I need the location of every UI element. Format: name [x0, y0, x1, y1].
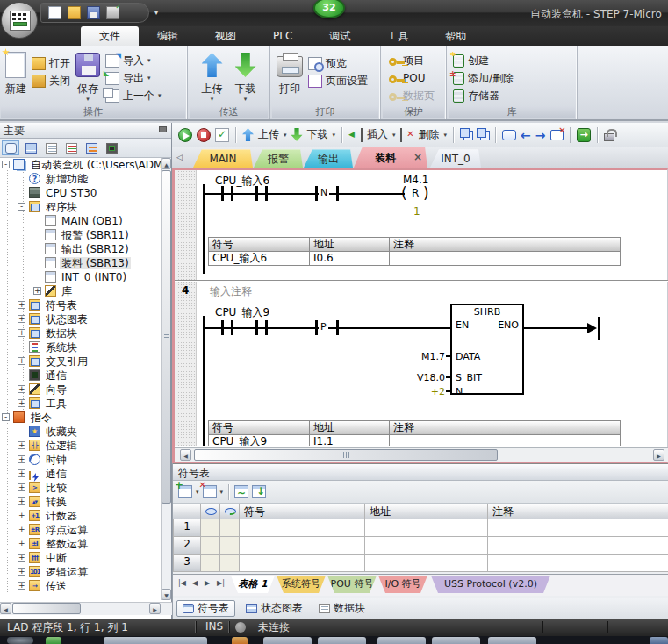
tree-item-main[interactable]: MAIN (OB1): [0, 214, 162, 228]
sheet-tab-pou-symbols[interactable]: POU 符号: [327, 576, 377, 593]
grid-cell[interactable]: [365, 537, 488, 555]
tree-item-bit-logic[interactable]: +┤├位逻辑: [0, 439, 162, 453]
tree-item-status-chart[interactable]: +状态图表: [0, 312, 162, 326]
tree-expander[interactable]: +: [18, 357, 25, 365]
tree-item-communication[interactable]: 通信: [0, 369, 162, 383]
tree-expander[interactable]: +: [18, 483, 25, 491]
insert-dropdown-icon[interactable]: ▾: [392, 132, 396, 138]
scrollbar-thumb[interactable]: [162, 170, 171, 504]
upload-toolbar-button[interactable]: 上传: [258, 127, 279, 142]
import-symbols-icon[interactable]: [252, 485, 266, 498]
print-button[interactable]: 打印: [274, 49, 305, 97]
open-file-icon[interactable]: [68, 6, 81, 19]
stop-button[interactable]: [197, 128, 211, 142]
network-comment[interactable]: 输入注释: [210, 284, 252, 299]
grid-cell[interactable]: [488, 519, 668, 537]
tree-item-logic-ops[interactable]: +101逻辑运算: [0, 565, 162, 579]
taskbar-button[interactable]: [46, 637, 61, 644]
tile-windows-icon[interactable]: [477, 128, 486, 138]
preview-button[interactable]: 预览: [305, 54, 370, 72]
grid-cell[interactable]: [240, 537, 365, 555]
tree-item-clock[interactable]: +时钟: [0, 453, 162, 467]
delete-table-dropdown-icon[interactable]: ▾: [220, 490, 224, 495]
menu-help[interactable]: 帮助: [427, 26, 485, 46]
row-header[interactable]: 3: [173, 555, 201, 572]
app-menu-button[interactable]: [1, 2, 38, 39]
tree-item-move[interactable]: +→传送: [0, 579, 162, 593]
taskbar-button[interactable]: [318, 637, 366, 644]
scroll-right-icon[interactable]: ▶: [149, 603, 161, 614]
tree-item-wizard[interactable]: +向导: [0, 383, 162, 397]
new-button[interactable]: 新建: [3, 49, 29, 97]
tree-item-comm-instr[interactable]: +通信: [0, 467, 162, 481]
tree-expander[interactable]: +: [33, 287, 41, 295]
tab-scroll-left-icon[interactable]: ◁: [176, 153, 183, 161]
open-button[interactable]: 打开: [29, 54, 73, 72]
tab-alarm[interactable]: 报警: [254, 149, 303, 168]
library-create-button[interactable]: 创建: [450, 52, 516, 69]
tree-expander[interactable]: +: [18, 301, 25, 309]
taskbar-button[interactable]: [377, 637, 426, 644]
library-add-remove-button[interactable]: 添加/删除: [450, 69, 516, 87]
delete-table-icon[interactable]: [203, 485, 217, 498]
protect-project-button[interactable]: 项目: [384, 52, 437, 69]
new-file-icon[interactable]: [48, 6, 61, 19]
cross-reference-view-button[interactable]: [83, 140, 100, 155]
insert-icon[interactable]: [348, 128, 363, 142]
add-table-dropdown-icon[interactable]: ▾: [196, 490, 199, 495]
redo-icon[interactable]: →: [535, 128, 546, 142]
tree-item-symbol-table[interactable]: +符号表: [0, 298, 162, 312]
tree-expander[interactable]: +: [18, 526, 25, 533]
tree-item-project[interactable]: -自动装盒机 (C:\Users\ADMI: [0, 158, 162, 172]
menu-tools[interactable]: 工具: [369, 26, 427, 46]
menu-view[interactable]: 视图: [197, 26, 255, 46]
tree-item-cpu[interactable]: CPU ST30: [0, 186, 162, 200]
tree-expander[interactable]: +: [18, 582, 25, 590]
tree-item-float-math[interactable]: +±R浮点运算: [0, 523, 162, 537]
export-button[interactable]: 导出▾: [103, 69, 164, 87]
tree-item-system-block[interactable]: 系统块: [0, 340, 162, 354]
delete-dropdown-icon[interactable]: ▾: [444, 132, 448, 138]
insert-row-icon[interactable]: [234, 485, 248, 498]
tab-close-icon[interactable]: ×: [413, 151, 422, 163]
tree-item-interrupt[interactable]: +†††中断: [0, 551, 162, 565]
taskbar-button[interactable]: [650, 637, 668, 644]
tree-expander[interactable]: +: [18, 399, 25, 407]
tree-expander[interactable]: +: [18, 554, 25, 562]
tree-expander[interactable]: +: [18, 512, 25, 519]
tree-item-cross-reference[interactable]: +交叉引用: [0, 354, 162, 369]
grid-cell[interactable]: [365, 519, 488, 537]
delete-button[interactable]: 删除: [419, 127, 440, 142]
menu-file[interactable]: 文件: [81, 26, 139, 46]
tree-item-favorites[interactable]: ★收藏夹: [0, 425, 162, 439]
taskbar-button[interactable]: [488, 637, 536, 644]
tree-expander[interactable]: +: [18, 540, 25, 547]
undo-icon[interactable]: ←: [521, 128, 531, 142]
tree-vertical-scrollbar[interactable]: ▲ ▼: [161, 158, 171, 600]
run-button[interactable]: [178, 128, 192, 142]
tree-expander[interactable]: -: [18, 203, 25, 211]
tree-item-sbr12[interactable]: 输出 (SBR12): [0, 242, 162, 256]
menu-edit[interactable]: 编辑: [139, 26, 197, 46]
row-header[interactable]: 2: [173, 537, 201, 555]
tree-item-instructions[interactable]: -指令: [0, 411, 162, 425]
upload-small-icon[interactable]: [242, 128, 254, 141]
sheet-tab-io-symbols[interactable]: I/O 符号: [378, 576, 427, 593]
tab-output[interactable]: 输出: [304, 149, 353, 168]
save-dropdown-icon[interactable]: ▾: [86, 97, 90, 102]
ladder-editor[interactable]: CPU_输入6 N M4.1 ( R ) 1 符号 地址 注释 CPU_输入6 …: [172, 168, 668, 463]
menu-plc[interactable]: PLC: [255, 26, 311, 46]
grid-cell[interactable]: [488, 537, 668, 555]
taskbar-button[interactable]: [263, 637, 312, 644]
upload-button[interactable]: 上传▾: [199, 49, 226, 103]
tree-horizontal-scrollbar[interactable]: ◀ ▶: [0, 602, 172, 615]
scroll-down-icon[interactable]: ▼: [162, 589, 171, 600]
sheet-first-icon[interactable]: |◀: [178, 579, 186, 587]
compile-button[interactable]: [215, 128, 229, 142]
tree-expander[interactable]: -: [2, 413, 10, 421]
menu-debug[interactable]: 调试: [311, 26, 369, 46]
tree-item-int0[interactable]: INT_0 (INT0): [0, 270, 162, 284]
contact-symbol[interactable]: [255, 186, 258, 201]
tab-main[interactable]: MAIN: [193, 149, 253, 168]
tree-expander[interactable]: +: [18, 497, 25, 505]
